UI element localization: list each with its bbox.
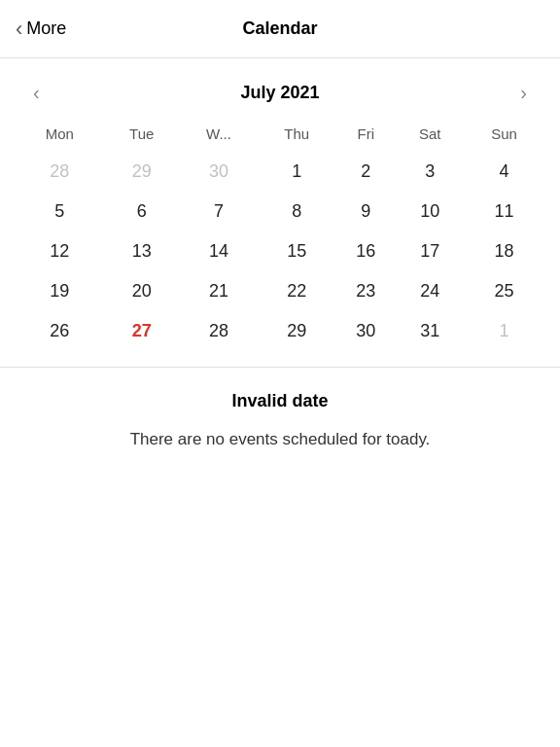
calendar-day[interactable]: 13 xyxy=(104,231,180,271)
calendar-day[interactable]: 27 xyxy=(104,311,180,351)
calendar-day[interactable]: 29 xyxy=(258,311,335,351)
calendar-day[interactable]: 24 xyxy=(396,271,464,311)
weekday-mon: Mon xyxy=(16,118,104,152)
back-chevron-icon: ‹ xyxy=(16,18,22,40)
calendar-day[interactable]: 30 xyxy=(335,311,396,351)
weekday-tue: Tue xyxy=(104,118,180,152)
calendar-day[interactable]: 3 xyxy=(396,152,464,192)
calendar-week-row: 2627282930311 xyxy=(16,311,544,351)
calendar-day[interactable]: 18 xyxy=(464,231,544,271)
calendar-navigation: ‹ July 2021 › xyxy=(16,68,544,118)
calendar-day[interactable]: 14 xyxy=(180,231,258,271)
calendar-day[interactable]: 2 xyxy=(335,152,396,192)
calendar-day[interactable]: 23 xyxy=(335,271,396,311)
calendar-day[interactable]: 1 xyxy=(464,311,544,351)
calendar-day[interactable]: 26 xyxy=(16,311,104,351)
events-title: Invalid date xyxy=(16,391,544,411)
calendar-day[interactable]: 21 xyxy=(180,271,258,311)
weekday-sun: Sun xyxy=(464,118,544,152)
calendar-grid: Mon Tue W... Thu Fri Sat Sun 28293012345… xyxy=(16,118,544,351)
calendar-day[interactable]: 29 xyxy=(104,152,180,192)
calendar-day[interactable]: 22 xyxy=(258,271,335,311)
weekday-wed: W... xyxy=(180,118,258,152)
calendar-section: ‹ July 2021 › Mon Tue W... Thu Fri Sat S… xyxy=(0,58,560,351)
calendar-day[interactable]: 15 xyxy=(258,231,335,271)
calendar-day[interactable]: 16 xyxy=(335,231,396,271)
calendar-day[interactable]: 30 xyxy=(180,152,258,192)
page-header: ‹ More Calendar xyxy=(0,0,560,58)
calendar-day[interactable]: 12 xyxy=(16,231,104,271)
calendar-day[interactable]: 20 xyxy=(104,271,180,311)
events-section: Invalid date There are no events schedul… xyxy=(0,368,560,452)
back-button[interactable]: ‹ More xyxy=(16,18,66,40)
next-month-button[interactable]: › xyxy=(510,78,537,108)
prev-month-button[interactable]: ‹ xyxy=(23,78,50,108)
calendar-day[interactable]: 25 xyxy=(464,271,544,311)
calendar-day[interactable]: 10 xyxy=(396,192,464,231)
events-empty-message: There are no events scheduled for toady. xyxy=(16,427,544,452)
calendar-day[interactable]: 11 xyxy=(464,192,544,231)
calendar-week-row: 567891011 xyxy=(16,192,544,231)
calendar-day[interactable]: 6 xyxy=(104,192,180,231)
calendar-day[interactable]: 19 xyxy=(16,271,104,311)
page-title: Calendar xyxy=(242,18,317,39)
back-label: More xyxy=(26,18,66,39)
calendar-day[interactable]: 5 xyxy=(16,192,104,231)
calendar-day[interactable]: 17 xyxy=(396,231,464,271)
weekday-header-row: Mon Tue W... Thu Fri Sat Sun xyxy=(16,118,544,152)
calendar-day[interactable]: 1 xyxy=(258,152,335,192)
calendar-day[interactable]: 8 xyxy=(258,192,335,231)
calendar-week-row: 12131415161718 xyxy=(16,231,544,271)
weekday-sat: Sat xyxy=(396,118,464,152)
weekday-thu: Thu xyxy=(258,118,335,152)
calendar-day[interactable]: 31 xyxy=(396,311,464,351)
calendar-day[interactable]: 9 xyxy=(335,192,396,231)
calendar-day[interactable]: 4 xyxy=(464,152,544,192)
calendar-day[interactable]: 28 xyxy=(180,311,258,351)
weekday-fri: Fri xyxy=(335,118,396,152)
calendar-day[interactable]: 7 xyxy=(180,192,258,231)
calendar-day[interactable]: 28 xyxy=(16,152,104,192)
calendar-week-row: 2829301234 xyxy=(16,152,544,192)
calendar-week-row: 19202122232425 xyxy=(16,271,544,311)
month-year-label: July 2021 xyxy=(240,83,319,103)
